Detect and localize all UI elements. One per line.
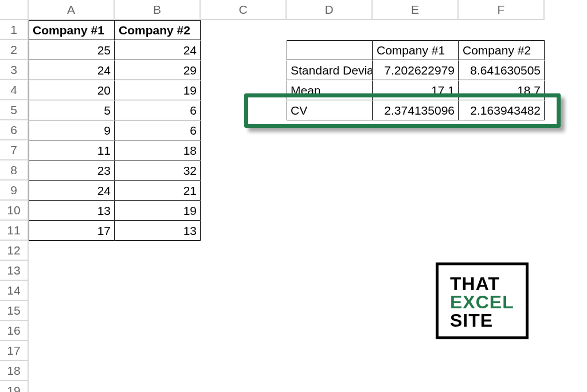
cell-C5[interactable]: [201, 100, 287, 120]
cell-C10[interactable]: [201, 201, 287, 221]
cell-E7[interactable]: [373, 140, 459, 160]
cell-D8[interactable]: [287, 160, 373, 181]
cell-B11[interactable]: 13: [115, 221, 201, 241]
cell-B2[interactable]: 24: [115, 40, 201, 60]
cell-F6[interactable]: [459, 120, 545, 140]
cell-A14[interactable]: [29, 281, 115, 301]
cell-B16[interactable]: [115, 321, 201, 341]
cell-D12[interactable]: [287, 241, 373, 261]
cell-F17[interactable]: [459, 341, 545, 361]
rowhdr-11[interactable]: 11: [0, 221, 29, 241]
cell-B3[interactable]: 29: [115, 60, 201, 80]
cell-F11[interactable]: [459, 221, 545, 241]
cell-A15[interactable]: [29, 301, 115, 321]
cell-D16[interactable]: [287, 321, 373, 341]
cell-C8[interactable]: [201, 160, 287, 181]
cell-B10[interactable]: 19: [115, 201, 201, 221]
cell-F2[interactable]: Company #2: [459, 40, 545, 60]
cell-E12[interactable]: [373, 241, 459, 261]
colhdr-E[interactable]: E: [373, 0, 459, 20]
cell-E10[interactable]: [373, 201, 459, 221]
rowhdr-5[interactable]: 5: [0, 100, 29, 120]
cell-B5[interactable]: 6: [115, 100, 201, 120]
cell-E11[interactable]: [373, 221, 459, 241]
cell-D17[interactable]: [287, 341, 373, 361]
cell-B13[interactable]: [115, 261, 201, 281]
cell-D5[interactable]: CV: [287, 100, 373, 120]
cell-C11[interactable]: [201, 221, 287, 241]
cell-C7[interactable]: [201, 140, 287, 160]
rowhdr-6[interactable]: 6: [0, 120, 29, 140]
cell-A5[interactable]: 5: [29, 100, 115, 120]
cell-A7[interactable]: 11: [29, 140, 115, 160]
colhdr-A[interactable]: A: [29, 0, 115, 20]
cell-D1[interactable]: [287, 20, 373, 40]
cell-F7[interactable]: [459, 140, 545, 160]
cell-E18[interactable]: [373, 361, 459, 381]
cell-C13[interactable]: [201, 261, 287, 281]
cell-C1[interactable]: [201, 20, 287, 40]
cell-B7[interactable]: 18: [115, 140, 201, 160]
cell-D4[interactable]: Mean: [287, 80, 373, 100]
cell-B17[interactable]: [115, 341, 201, 361]
colhdr-C[interactable]: C: [201, 0, 287, 20]
cell-F19[interactable]: [459, 381, 545, 392]
rowhdr-2[interactable]: 2: [0, 40, 29, 60]
rowhdr-14[interactable]: 14: [0, 281, 29, 301]
cell-F12[interactable]: [459, 241, 545, 261]
cell-C6[interactable]: [201, 120, 287, 140]
cell-A6[interactable]: 9: [29, 120, 115, 140]
cell-C2[interactable]: [201, 40, 287, 60]
cell-E2[interactable]: Company #1: [373, 40, 459, 60]
cell-A11[interactable]: 17: [29, 221, 115, 241]
cell-E6[interactable]: [373, 120, 459, 140]
cell-D14[interactable]: [287, 281, 373, 301]
colhdr-F[interactable]: F: [459, 0, 545, 20]
cell-C19[interactable]: [201, 381, 287, 392]
rowhdr-10[interactable]: 10: [0, 201, 29, 221]
cell-C4[interactable]: [201, 80, 287, 100]
colhdr-D[interactable]: D: [287, 0, 373, 20]
cell-A13[interactable]: [29, 261, 115, 281]
rowhdr-19[interactable]: 19: [0, 381, 29, 392]
cell-D9[interactable]: [287, 181, 373, 201]
cell-D19[interactable]: [287, 381, 373, 392]
cell-F5[interactable]: 2.163943482: [459, 100, 545, 120]
rowhdr-18[interactable]: 18: [0, 361, 29, 381]
cell-A3[interactable]: 24: [29, 60, 115, 80]
cell-D6[interactable]: [287, 120, 373, 140]
cell-F8[interactable]: [459, 160, 545, 181]
cell-A10[interactable]: 13: [29, 201, 115, 221]
cell-C15[interactable]: [201, 301, 287, 321]
cell-E19[interactable]: [373, 381, 459, 392]
cell-D7[interactable]: [287, 140, 373, 160]
cell-B9[interactable]: 21: [115, 181, 201, 201]
cell-E8[interactable]: [373, 160, 459, 181]
cell-F10[interactable]: [459, 201, 545, 221]
cell-A16[interactable]: [29, 321, 115, 341]
cell-E17[interactable]: [373, 341, 459, 361]
rowhdr-4[interactable]: 4: [0, 80, 29, 100]
rowhdr-9[interactable]: 9: [0, 181, 29, 201]
cell-D3[interactable]: Standard Deviation: [287, 60, 373, 80]
cell-A4[interactable]: 20: [29, 80, 115, 100]
rowhdr-16[interactable]: 16: [0, 321, 29, 341]
rowhdr-3[interactable]: 3: [0, 60, 29, 80]
cell-F1[interactable]: [459, 20, 545, 40]
cell-F4[interactable]: 18.7: [459, 80, 545, 100]
cell-B15[interactable]: [115, 301, 201, 321]
cell-D18[interactable]: [287, 361, 373, 381]
rowhdr-7[interactable]: 7: [0, 140, 29, 160]
cell-D15[interactable]: [287, 301, 373, 321]
cell-C12[interactable]: [201, 241, 287, 261]
cell-B6[interactable]: 6: [115, 120, 201, 140]
cell-C3[interactable]: [201, 60, 287, 80]
cell-B8[interactable]: 32: [115, 160, 201, 181]
cell-F3[interactable]: 8.641630505: [459, 60, 545, 80]
colhdr-B[interactable]: B: [115, 0, 201, 20]
cell-C16[interactable]: [201, 321, 287, 341]
cell-B1[interactable]: Company #2: [115, 20, 201, 40]
cell-C17[interactable]: [201, 341, 287, 361]
cell-B4[interactable]: 19: [115, 80, 201, 100]
rowhdr-12[interactable]: 12: [0, 241, 29, 261]
